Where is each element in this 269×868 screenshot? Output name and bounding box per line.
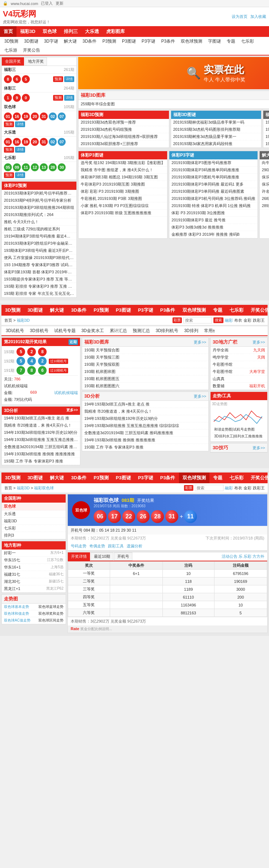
df-item-6[interactable]: 数量辅 福彩开机 xyxy=(211,383,267,390)
difang-more[interactable]: 更多>> xyxy=(253,340,265,345)
tips-more[interactable]: 更多>> xyxy=(253,445,265,451)
s3-user4[interactable]: 跌彩王 xyxy=(253,485,265,491)
user-menu-1[interactable]: 融彩 xyxy=(225,318,233,323)
trend-item-3[interactable]: 双色球AC值走势 双色球区间走势 xyxy=(2,617,66,624)
tab-nationwide[interactable]: 全国开奖 xyxy=(2,57,24,66)
pred-i4[interactable]: 194年193期3d班组推推 互推互推总推推推 综综综综综 xyxy=(82,422,208,430)
nc1-item2[interactable]: 2019193期3d杰机号码组预推 xyxy=(79,126,169,133)
set-homepage-link[interactable]: 设为首页 xyxy=(232,14,247,19)
p3c2-i7[interactable]: 2019193期 特准 体彩P3 机单同 1位推 推码推 xyxy=(169,202,258,210)
subnav-7joy[interactable]: 七乐彩 xyxy=(238,37,257,46)
3d-anal-i4[interactable]: 194年193期3d班组推推 互推互推总推推推 综综综综综 xyxy=(2,436,80,443)
predict-btn[interactable]: 预测 xyxy=(53,76,63,82)
subnav-3d-forecast[interactable]: 3D预测 xyxy=(1,37,21,46)
df-item-2[interactable]: 鸣华学堂 天阔 xyxy=(211,354,267,361)
s2-nav-p3-word[interactable]: P3字谜 xyxy=(134,305,157,316)
p3c2-i5[interactable]: 2019193期体彩P3单同码推 最近码推图素 xyxy=(169,188,258,195)
dc-item-4[interactable]: 福建31七 福建36七 xyxy=(2,571,66,578)
search-input-3[interactable] xyxy=(195,485,223,491)
p3c1-i4[interactable]: 牛彩体彩P3 2019193期互图 3期推图 xyxy=(79,181,167,188)
subnav-announce[interactable]: 开奖公告 xyxy=(20,46,43,55)
s2-nav-jiedu[interactable]: 解大谜 xyxy=(46,305,67,316)
news-item-3[interactable]: 2019193期体彩P3班组组推推264期班组 xyxy=(2,204,76,211)
s2-tab-sort[interactable]: 3D排列 xyxy=(181,326,201,335)
s2-analysis-more[interactable]: 更多>> xyxy=(66,408,78,414)
3d-anal-i5[interactable]: 全数推道3d2019194期 三胆五组码素 推码推推推推 xyxy=(2,443,80,451)
subnav-p3-cond[interactable]: P3条件 xyxy=(158,37,178,46)
pred-i1[interactable]: 194年193期3d班王点阵+推主 老点 推 xyxy=(82,401,208,408)
comment-btn4[interactable]: 详情 xyxy=(15,147,25,153)
p3c3-i6[interactable]: 268期福善预见的投机观察实战 奇术 更多 xyxy=(260,195,269,202)
s2-nav-p3-puzzle[interactable]: P3图谜 xyxy=(112,305,134,316)
news-item-15[interactable]: 193期 彩排排 专家 年次互化 互化互化互化 xyxy=(2,290,76,297)
num-status-2[interactable]: 奇偶走势 xyxy=(89,543,105,549)
s3-nav-announce[interactable]: 开奖公告 xyxy=(247,473,269,483)
tc-link-2[interactable]: 193期 天半预报三图 xyxy=(82,354,208,361)
comment-btn5[interactable]: 详情 xyxy=(15,172,25,178)
p3c2-i2[interactable]: 2019193期体彩P3码推推单同码推推推 xyxy=(169,167,258,174)
num-status-1[interactable]: 号码走势 xyxy=(71,543,86,549)
account1-text[interactable]: 已登入 xyxy=(41,1,53,6)
user-menu-4[interactable]: 跌彩王 xyxy=(253,318,265,323)
kaijian-filter[interactable]: 近期 xyxy=(69,339,78,345)
s3-nav-p3-word[interactable]: P3字谜 xyxy=(134,473,157,483)
s2-nav-ssq[interactable]: 双色球预测 xyxy=(179,305,209,316)
p3c1-i6[interactable]: 牛彩推机 2019193期 P3班 3期推图 xyxy=(79,195,167,202)
news-item-6[interactable]: 推机 三级成 729出现的根近系列 xyxy=(2,226,76,233)
s3-nav-p3-puzzle[interactable]: P3图谜 xyxy=(112,473,134,483)
subnav-3d-word[interactable]: 3D字谜 xyxy=(41,37,61,46)
pred-i6[interactable]: 194年193期3d班组推 推倒推 推推推推推 xyxy=(82,437,208,444)
s3-user2[interactable]: 布衣 xyxy=(234,485,242,491)
subnav-p3-forecast[interactable]: P3预测 xyxy=(99,37,119,46)
p3c1-i5[interactable]: 体彩 彩彩 P3 2019193期 3期推图 xyxy=(79,188,167,195)
df-item-5[interactable]: 山真真 xyxy=(211,375,267,383)
subnav-3d-cond[interactable]: 3D条件 xyxy=(80,37,99,46)
p3c2-i1[interactable]: 2019193期体彩P3图形号码推推荐 xyxy=(169,159,258,167)
s3-user1[interactable]: 融彩 xyxy=(225,485,233,491)
subnav-p3-puzzle[interactable]: P3图谜 xyxy=(119,37,139,46)
p3c3-i4[interactable]: 保乐摊3d290期大谜的后续追踪 大奖几率 xyxy=(260,181,269,188)
comment-btn[interactable]: 详情 xyxy=(64,76,74,82)
nav-item-daletou[interactable]: 大乐透 xyxy=(81,26,103,37)
nc1-item1[interactable]: 2019193期3d杰双色球预一推荐 xyxy=(79,119,169,126)
subnav-ssq-forecast[interactable]: 双色球预测 xyxy=(178,37,205,46)
p3c2-i4[interactable]: 2019193期体彩P3单同码推 最近码1 更多 xyxy=(169,181,258,188)
tc-link-6[interactable]: 193期 机班图图图六 xyxy=(82,383,208,390)
news-item-2[interactable]: 2019193期P4排列机号侣半码专家分析 xyxy=(2,197,76,204)
s2-nav-p3-forecast[interactable]: P3预测 xyxy=(90,305,112,316)
p3c2-i6[interactable]: 2019193期体彩P3机号同码推 3位推荐码 推码推 xyxy=(169,195,258,202)
dc-item-6[interactable]: 黑龙江+1 黑龙江P62 xyxy=(2,585,66,593)
news-item-13[interactable]: 1933期提供专家体彩P3 推荐 互推 等图素 xyxy=(2,276,76,283)
news-item-8[interactable]: 2019193期体彩P3胜组后P3年金融采收费用 xyxy=(2,240,76,247)
s2-nav-announce[interactable]: 开奖公告 xyxy=(247,305,269,316)
nc2-item4[interactable]: 2019193期3d家杰用家具码段特推 xyxy=(171,140,261,148)
pred-i7[interactable]: 193期 工作 字条 专家体彩P3 推推 xyxy=(82,444,208,451)
s3-nav-jiedu[interactable]: 解大谜 xyxy=(46,473,67,483)
s2-nav-3d-cond[interactable]: 3D条件 xyxy=(67,305,90,316)
trend-item-2[interactable]: 双色球和值走势 双色球奖和走势 xyxy=(2,610,66,617)
p3c1-i1[interactable]: 选号奖 组192 194期193期 3期推法彩【推彩图】 xyxy=(79,159,167,167)
p3c3-i3[interactable]: 保乐摊3d290期大谜的后续追踪 xyxy=(260,174,269,181)
s2-tab-forecast[interactable]: 预测汇总 xyxy=(130,326,153,335)
s2-nav-3d-forecast[interactable]: 3D预测 xyxy=(1,305,24,316)
news-item-9[interactable]: 193期体彩P3班组号码推 最近3开后P3年金融 xyxy=(2,247,76,254)
s3-nav-special[interactable]: 专题 xyxy=(209,473,226,483)
s2-nav-7lc[interactable]: 七乐彩 xyxy=(226,305,247,316)
p3c1-i2[interactable]: 我精准 市中图 推组逻，来 推4天买什么！ xyxy=(79,167,167,174)
p3c1-i8[interactable]: 体彩P3 2019193期 班级 互图推推推推推 xyxy=(79,210,167,217)
user-menu-3[interactable]: 金彩 xyxy=(244,318,251,323)
s3-nav-3d-forecast[interactable]: 3D预测 xyxy=(1,473,24,483)
3d-anal-i1[interactable]: 194年193期3d班王点阵+推主 老点 推 xyxy=(2,415,80,422)
news-item-11[interactable]: 193 194期推荐 专家体彩P3推荐 试码互 推组 xyxy=(2,262,76,269)
nc3-item3[interactable]: 19193期 活跃期 行度 17期1 xyxy=(263,133,269,140)
3d-anal-i2[interactable]: 我精准 市20推道道，来 推4天买什么！ xyxy=(2,422,80,429)
tab-machinenum[interactable]: 开机号 xyxy=(114,552,132,561)
s2-tab-trialnum[interactable]: 3D试机号 xyxy=(3,326,27,335)
p3c3-i5[interactable]: 许名老郭3d290期大谜的投机机会 奇术 更多 xyxy=(260,188,269,195)
df-item-1[interactable]: 丹华全画 九天阔 xyxy=(211,347,267,354)
subnav-7game[interactable]: 七乐游 xyxy=(1,46,20,55)
subnav-word-puzzle[interactable]: 字图谜 xyxy=(205,37,224,46)
df-item-4[interactable]: 牛彩图书馆 大寿字堂 xyxy=(211,368,267,375)
past10-btn[interactable]: 过10期机号 xyxy=(49,359,68,364)
dc-item-2[interactable]: 华东15七 江苏7位数 xyxy=(2,557,66,564)
